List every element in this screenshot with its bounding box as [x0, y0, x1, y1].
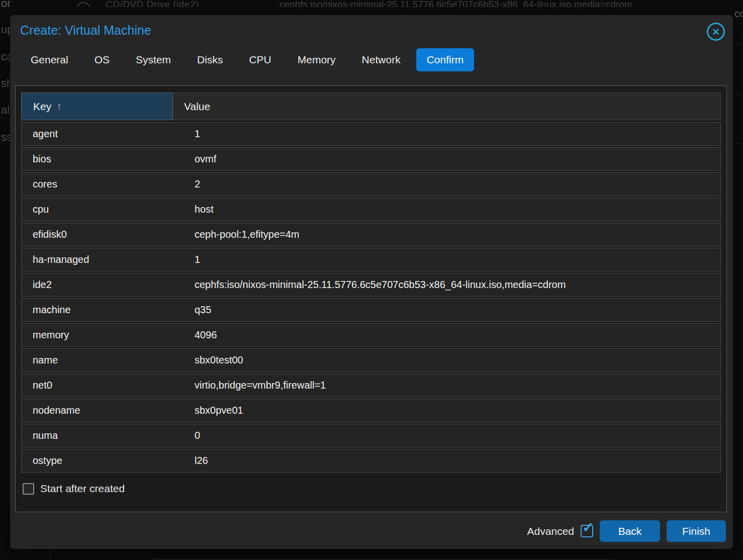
tab-system[interactable]: System	[125, 48, 181, 71]
column-header-value[interactable]: Value	[173, 92, 721, 120]
row-value: 1	[183, 254, 720, 265]
background-hardware-row: CD/DVD Drive (ide2) cephfs:iso/nixos-min…	[0, 0, 743, 7]
row-key: bios	[22, 153, 183, 165]
table-row[interactable]: net0 virtio,bridge=vmbr9,firewall=1	[21, 374, 721, 397]
background-row-value: cephfs:iso/nixos-minimal-25.11.5776.6c5e…	[280, 0, 632, 7]
settings-grid: Key ↑ Value agent 1 bios ovmf cores	[21, 92, 721, 474]
advanced-checkbox[interactable]: ✓	[581, 525, 593, 537]
table-row[interactable]: bios ovmf	[21, 147, 721, 171]
background-grid-line	[733, 143, 743, 144]
column-header-value-label: Value	[184, 101, 210, 113]
start-after-created-label: Start after created	[40, 483, 125, 495]
table-row[interactable]: ostype l26	[21, 449, 721, 473]
tab-network[interactable]: Network	[351, 48, 411, 71]
row-key: machine	[22, 304, 183, 316]
start-after-created-checkbox[interactable]	[23, 483, 34, 495]
advanced-label: Advanced	[527, 525, 574, 537]
tab-os[interactable]: OS	[84, 48, 120, 71]
row-value: ovmf	[183, 153, 720, 165]
check-icon: ✓	[582, 521, 594, 535]
tab-general[interactable]: General	[20, 48, 79, 71]
table-row[interactable]: cores 2	[21, 172, 721, 196]
table-row[interactable]: memory 4096	[21, 323, 721, 347]
column-header-key[interactable]: Key ↑	[21, 92, 173, 120]
row-key: agent	[22, 128, 183, 140]
dialog-title: Create: Virtual Machine	[20, 23, 151, 38]
dialog-footer: Advanced ✓ Back Finish	[10, 513, 733, 549]
row-key: numa	[22, 430, 183, 441]
row-value: 2	[183, 178, 720, 190]
table-row[interactable]: ide2 cephfs:iso/nixos-minimal-25.11.5776…	[21, 273, 721, 297]
row-value: l26	[183, 455, 720, 466]
grid-header: Key ↑ Value	[21, 92, 721, 120]
tab-bar: General OS System Disks CPU Memory Netwo…	[20, 48, 479, 71]
row-value: q35	[183, 304, 720, 316]
sort-asc-icon: ↑	[56, 100, 62, 113]
row-value: ceph-pool:1,efitype=4m	[183, 229, 720, 240]
background-divider	[50, 549, 51, 560]
row-value: cephfs:iso/nixos-minimal-25.11.5776.6c5e…	[183, 279, 720, 291]
finish-button[interactable]: Finish	[667, 520, 726, 542]
table-row[interactable]: efidisk0 ceph-pool:1,efitype=4m	[21, 223, 721, 246]
background-text-fragment: co	[734, 8, 743, 20]
background-nav-fragment: or	[1, 0, 11, 10]
table-row[interactable]: machine q35	[21, 298, 721, 322]
background-row-label: CD/DVD Drive (ide2)	[106, 0, 199, 7]
row-key: ostype	[22, 455, 183, 466]
row-key: net0	[22, 380, 183, 391]
table-row[interactable]: nodename sbx0pve01	[21, 399, 721, 422]
row-value: 1	[183, 128, 720, 140]
background-grid-line	[733, 94, 743, 95]
table-row[interactable]: name sbx0test00	[21, 348, 721, 372]
row-value: sbx0pve01	[183, 405, 720, 416]
tab-disks[interactable]: Disks	[187, 48, 233, 71]
row-key: cores	[22, 178, 183, 190]
tab-cpu[interactable]: CPU	[238, 48, 282, 71]
row-value: 0	[183, 430, 720, 441]
row-key: memory	[22, 329, 183, 341]
table-row[interactable]: cpu host	[21, 198, 721, 221]
row-value: virtio,bridge=vmbr9,firewall=1	[183, 380, 720, 391]
row-key: name	[22, 354, 183, 366]
row-key: efidisk0	[22, 229, 183, 240]
column-header-key-label: Key	[33, 101, 51, 113]
row-key: ide2	[22, 279, 183, 291]
table-row[interactable]: ha-managed 1	[21, 248, 721, 271]
row-key: ha-managed	[22, 254, 183, 265]
table-row[interactable]: agent 1	[21, 122, 721, 146]
create-vm-dialog: Create: Virtual Machine ✕ General OS Sys…	[10, 15, 733, 549]
close-icon[interactable]: ✕	[707, 23, 725, 41]
tab-confirm[interactable]: Confirm	[416, 48, 475, 71]
row-key: cpu	[22, 204, 183, 215]
row-value: sbx0test00	[183, 354, 720, 366]
tab-memory[interactable]: Memory	[287, 48, 346, 71]
table-row[interactable]: numa 0	[21, 424, 721, 447]
row-value: 4096	[183, 329, 720, 341]
proxmox-screen: CD/DVD Drive (ide2) cephfs:iso/nixos-min…	[0, 0, 743, 560]
confirm-panel: Key ↑ Value agent 1 bios ovmf cores	[15, 85, 727, 512]
background-grid-line	[733, 44, 743, 45]
start-after-created-row: Start after created	[23, 483, 125, 495]
back-button[interactable]: Back	[600, 520, 660, 542]
row-value: host	[183, 204, 720, 215]
radio-circle-icon	[76, 2, 90, 7]
row-key: nodename	[22, 405, 183, 416]
